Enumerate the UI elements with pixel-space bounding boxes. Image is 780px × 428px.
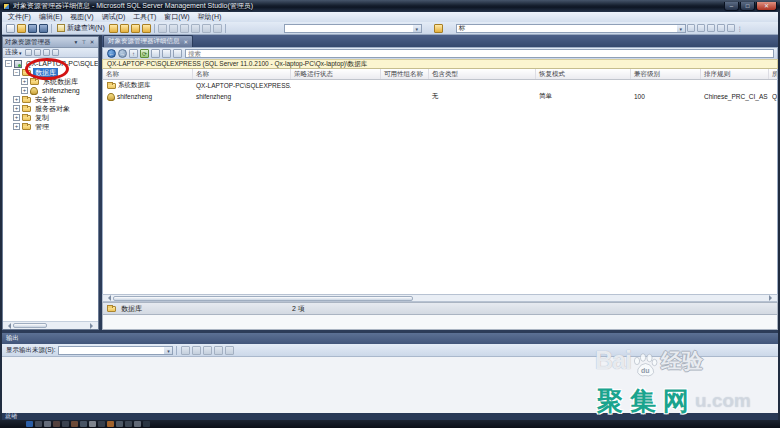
print-icon[interactable] [213,24,222,33]
taskbar-icon[interactable] [116,421,123,427]
connect-button[interactable]: 连接 ▾ [5,48,24,57]
data-tools-icon[interactable] [131,24,140,33]
scroll-right-icon[interactable] [90,323,96,329]
expander-icon[interactable]: + [13,114,20,121]
maximize-button[interactable]: □ [740,2,755,11]
new-query-button[interactable]: 新建查询(N) [54,23,108,33]
results-grid-icon[interactable] [717,24,725,32]
minimize-button[interactable]: – [724,2,739,11]
expander-icon[interactable]: + [13,96,20,103]
parse-icon[interactable] [697,24,705,32]
undo-icon[interactable] [191,24,200,33]
open-query-icon[interactable] [109,24,118,33]
refresh-icon[interactable] [43,49,50,56]
up-icon[interactable]: ↑ [129,49,138,58]
expander-icon[interactable]: − [5,60,12,67]
save-all-icon[interactable] [39,24,48,33]
horizontal-scrollbar[interactable] [3,321,98,329]
close-icon[interactable]: ✕ [88,38,96,46]
refresh-icon[interactable]: ⟳ [140,49,149,58]
menu-file[interactable]: 文件(F) [4,12,35,22]
menu-help[interactable]: 帮助(H) [194,12,226,22]
copy-icon[interactable] [169,24,178,33]
horizontal-scrollbar[interactable] [102,294,778,302]
taskbar-icon[interactable] [143,421,150,427]
activity-monitor-icon[interactable] [142,24,151,33]
column-header-owner[interactable]: 所有者 [769,69,777,79]
goto-message-icon[interactable] [192,346,201,355]
expander-icon[interactable]: + [21,78,28,85]
expander-icon[interactable]: + [13,105,20,112]
cancel-query-icon[interactable] [707,24,715,32]
taskbar-icon[interactable] [89,421,96,427]
expander-icon[interactable]: + [21,87,28,94]
menu-debug[interactable]: 调试(D) [98,12,130,22]
column-header-collation[interactable]: 排序规则 [701,69,769,79]
breadcrumb[interactable]: QX-LAPTOP-PC\SQLEXPRESS (SQL Server 11.0… [102,59,778,69]
scroll-left-icon[interactable] [105,295,111,301]
menu-edit[interactable]: 编辑(E) [35,12,66,22]
tree-item-management[interactable]: + 管理 [3,122,98,131]
disconnect-icon[interactable] [25,49,32,56]
report-icon[interactable] [162,49,171,58]
taskbar-icon[interactable] [44,421,51,427]
delete-icon[interactable] [151,49,160,58]
execute-icon[interactable] [434,24,443,33]
cut-icon[interactable] [158,24,167,33]
expander-icon[interactable]: − [13,69,20,76]
forward-icon[interactable]: → [118,49,127,58]
column-header-containment[interactable]: 包含类型 [429,69,536,79]
column-header-name2[interactable]: 名称 [193,69,291,79]
taskbar-icon[interactable] [62,421,69,427]
taskbar-icon[interactable] [26,421,33,427]
filter-icon[interactable] [52,49,59,56]
menu-window[interactable]: 窗口(W) [160,12,193,22]
scroll-left-icon[interactable] [5,323,11,329]
taskbar-icon[interactable] [98,421,105,427]
output-titlebar[interactable]: 输出 [2,333,778,344]
toolbar-combo-1[interactable]: ▾ [284,24,422,33]
scrollbar-thumb[interactable] [113,296,413,301]
windows-taskbar[interactable] [0,420,780,428]
taskbar-icon[interactable] [71,421,78,427]
expander-icon[interactable]: + [13,123,20,130]
column-header-recovery-model[interactable]: 恢复模式 [536,69,631,79]
chevron-down-icon[interactable]: ▾ [164,347,172,354]
taskbar-icon[interactable] [125,421,132,427]
columns-icon[interactable] [173,49,182,58]
back-icon[interactable]: ← [107,49,116,58]
search-input[interactable] [185,49,774,58]
column-header-compat-level[interactable]: 兼容级别 [631,69,701,79]
chevron-down-icon[interactable]: ▾ [413,25,421,32]
close-button[interactable]: ✕ [756,2,777,11]
scroll-right-icon[interactable] [769,295,775,301]
tab-close-icon[interactable]: ✕ [184,39,189,45]
menu-view[interactable]: 视图(V) [66,12,97,22]
taskbar-icon[interactable] [80,421,87,427]
window-position-icon[interactable]: ▾ [72,38,80,46]
new-item-icon[interactable] [6,24,15,33]
debug-icon[interactable] [687,24,695,32]
wordwrap-icon[interactable] [214,346,223,355]
taskbar-icon[interactable] [134,421,141,427]
taskbar-icon[interactable] [53,421,60,427]
toolbar-overflow-icon[interactable]: ⋮ [737,25,743,32]
stop-icon[interactable] [34,49,41,56]
tab-object-explorer-details[interactable]: 对象资源管理器详细信息 ✕ [103,35,193,47]
results-text-icon[interactable] [727,24,735,32]
menu-tools[interactable]: 工具(T) [129,12,160,22]
chevron-down-icon[interactable]: ▾ [677,25,685,32]
taskbar-icon[interactable] [35,421,42,427]
toggle-output-icon[interactable] [225,346,234,355]
table-row[interactable]: shifenzheng shifenzheng 无 简单 100 Chinese… [103,91,777,102]
taskbar-icon[interactable] [107,421,114,427]
output-source-combo[interactable]: ▾ [58,346,173,355]
auto-hide-pin-icon[interactable]: ⊤ [80,38,88,46]
scrollbar-thumb[interactable] [13,323,47,328]
open-table-icon[interactable] [120,24,129,33]
table-row[interactable]: 系统数据库 QX-LAPTOP-PC\SQLEXPRESS... [103,80,777,91]
clear-all-icon[interactable] [203,346,212,355]
column-header-availability-group[interactable]: 可用性组名称 [381,69,429,79]
paste-icon[interactable] [180,24,189,33]
column-header-name[interactable]: 名称 [103,69,193,79]
